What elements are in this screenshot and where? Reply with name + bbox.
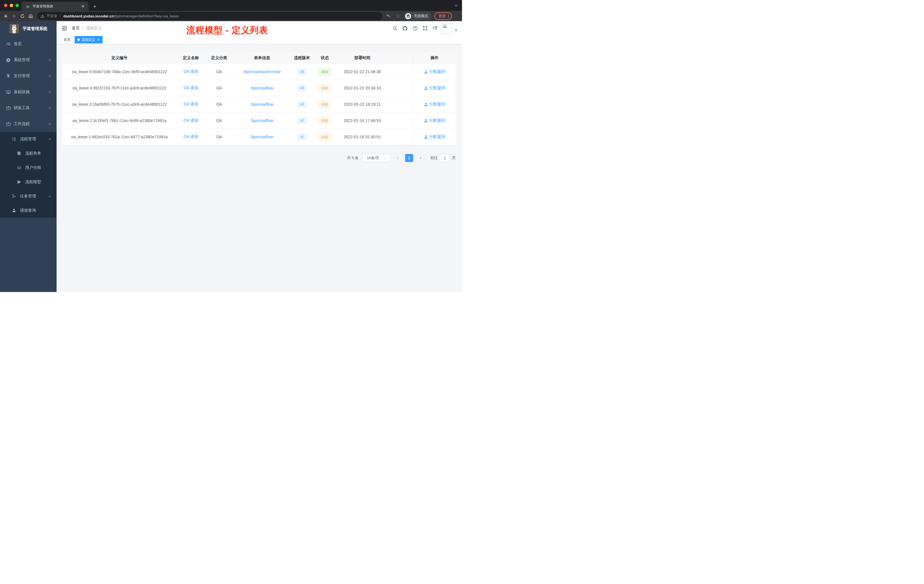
hamburger-icon[interactable] <box>62 26 67 31</box>
paper-plane-icon <box>16 180 22 184</box>
col-header-time: 部署时间 <box>337 52 388 64</box>
address-bar[interactable]: 不安全 dashboard.yudao.iocoder.cn/bpm/manag… <box>37 12 382 20</box>
sidebar-item-payment[interactable]: ¥ 支付管理 <box>0 68 56 84</box>
sidebar-item-user-group[interactable]: 用户分组 <box>0 160 56 175</box>
sidebar-item-process-model[interactable]: 流程模型 <box>0 175 56 189</box>
page-size-select[interactable]: 10条/页 <box>363 154 390 162</box>
assign-rule-button[interactable]: 分配规则 <box>424 118 445 123</box>
toolbox-icon <box>6 122 11 127</box>
version-badge: v1 <box>297 134 307 140</box>
url-text[interactable]: dashboard.yudao.iocoder.cn/bpm/manager/d… <box>63 14 179 18</box>
sidebar-item-task-management[interactable]: 任务管理 <box>0 189 56 203</box>
logo-row[interactable]: 芋道管理系统 <box>0 21 56 36</box>
breadcrumb-home[interactable]: 首页 <box>72 26 80 31</box>
sidebar-item-leave-query[interactable]: 请假查询 <box>0 203 56 218</box>
form-link[interactable]: /bpm/oa/flow <box>251 102 273 107</box>
form-link[interactable]: /bpm/oa/leave/create <box>243 69 281 74</box>
browser-tab[interactable]: 芋道管理系统 ✕ <box>21 2 89 11</box>
chevron-up-icon <box>48 122 51 126</box>
definition-category: OA <box>205 64 233 80</box>
annotation-title: 流程模型 - 定义列表 <box>186 24 268 36</box>
status-badge: 挂起 <box>318 84 332 92</box>
sidebar-item-process-management[interactable]: 流程管理 <box>0 132 56 146</box>
assign-rule-button[interactable]: 分配规则 <box>424 86 445 91</box>
sidebar-item-devtools[interactable]: 研发工具 <box>0 100 56 116</box>
col-header-version: 流程版本 <box>291 52 313 64</box>
toolbox-icon <box>6 106 11 111</box>
definition-name-link[interactable]: OA 请假 <box>183 102 198 107</box>
not-secure-warning-icon[interactable] <box>41 14 45 18</box>
form-link[interactable]: /bpm/oa/flow <box>251 86 273 90</box>
breadcrumb-separator: / <box>82 26 83 31</box>
bookmark-star-icon[interactable]: ☆ <box>396 13 400 19</box>
col-header-action: 操作 <box>413 52 456 64</box>
definition-table: 定义编号 定义名称 定义分类 表单信息 流程版本 状态 部署时间 操作 oa_l… <box>62 52 456 145</box>
avatar[interactable] <box>442 23 452 34</box>
table-row: oa_leave:5:004b710b-7b8a-11ec-8ef0-acde4… <box>62 64 456 80</box>
new-tab-button[interactable]: ＋ <box>92 3 97 10</box>
form-link[interactable]: /bpm/oa/flow <box>251 135 273 139</box>
caret-down-icon[interactable]: ▼ <box>455 29 457 32</box>
tag-close-icon[interactable]: ✕ <box>97 38 100 42</box>
face-icon <box>16 165 22 170</box>
sidebar-item-infrastructure[interactable]: 基础设施 <box>0 84 56 100</box>
password-key-icon[interactable] <box>386 13 391 18</box>
tab-title: 芋道管理系统 <box>33 4 80 9</box>
app-header: 首页 / 流程定义 流程模型 - 定义列表 TT ▼ <box>56 21 462 35</box>
status-badge: 挂起 <box>318 133 332 141</box>
status-badge: 挂起 <box>318 117 332 125</box>
sidebar-item-workflow[interactable]: 工作流程 <box>0 116 56 132</box>
browser-toolbar: 不安全 dashboard.yudao.iocoder.cn/bpm/manag… <box>0 11 462 21</box>
next-page-button[interactable] <box>417 154 424 162</box>
reload-icon[interactable] <box>20 14 25 18</box>
back-icon[interactable] <box>3 14 8 18</box>
tab-search-chevron-icon[interactable] <box>454 4 458 7</box>
table-row: oa_leave:1:482ec033-762a-11ec-8477-a2380… <box>62 129 456 145</box>
definition-name-link[interactable]: OA 请假 <box>183 134 198 139</box>
chevron-down-icon <box>48 90 51 94</box>
definition-name-link[interactable]: OA 请假 <box>183 86 198 91</box>
github-icon[interactable] <box>402 26 408 31</box>
document-edit-icon <box>16 151 22 156</box>
sidebar-item-system[interactable]: 系统管理 <box>0 52 56 68</box>
help-icon[interactable] <box>412 26 418 31</box>
search-icon[interactable] <box>393 26 398 31</box>
not-secure-label[interactable]: 不安全 <box>46 14 58 18</box>
tag-home[interactable]: 首页 <box>61 36 73 43</box>
assign-rule-button[interactable]: 分配规则 <box>424 69 445 74</box>
sidebar-item-process-form[interactable]: 流程表单 <box>0 146 56 160</box>
definition-category: OA <box>205 129 233 145</box>
update-button[interactable]: 更新 <box>434 12 452 20</box>
goto-page-input[interactable] <box>440 154 450 162</box>
window-minimize-button[interactable] <box>10 4 13 7</box>
form-link[interactable]: /bpm/oa/flow <box>251 118 273 123</box>
logo-avatar <box>10 24 19 33</box>
window-zoom-button[interactable] <box>15 4 19 7</box>
tag-current[interactable]: 流程定义 ✕ <box>74 36 102 43</box>
prev-page-button[interactable] <box>394 154 402 162</box>
tab-close-icon[interactable]: ✕ <box>80 4 86 8</box>
definition-id: oa_leave:2:3c1f0ef1-76b1-11ec-9c66-a2380… <box>62 112 177 129</box>
window-close-button[interactable] <box>4 4 7 7</box>
deploy-time: 2022-01-22 21:48:38 <box>337 64 388 80</box>
assign-rule-button[interactable]: 分配规则 <box>424 102 445 107</box>
monitor-icon <box>6 90 11 94</box>
fullscreen-icon[interactable] <box>422 26 428 31</box>
forward-icon[interactable] <box>12 14 16 18</box>
tag-dot <box>78 39 80 41</box>
version-badge: v2 <box>297 117 307 124</box>
chevron-down-icon <box>48 195 51 198</box>
gear-icon <box>6 58 11 63</box>
status-badge: 挂起 <box>318 101 332 108</box>
page-number-1[interactable]: 1 <box>405 154 413 162</box>
flow-tree-icon <box>12 194 16 199</box>
browser-menu-dots-icon[interactable] <box>448 14 449 18</box>
content-area: 定义编号 定义名称 定义分类 表单信息 流程版本 状态 部署时间 操作 oa_l… <box>56 44 462 162</box>
assign-rule-button[interactable]: 分配规则 <box>424 134 445 139</box>
home-icon[interactable] <box>28 14 33 18</box>
font-size-icon[interactable]: TT <box>432 25 437 31</box>
definition-name-link[interactable]: OA 请假 <box>183 118 198 123</box>
dashboard-icon <box>6 42 11 46</box>
definition-name-link[interactable]: OA 请假 <box>183 69 198 74</box>
sidebar-item-home[interactable]: 首页 <box>0 36 56 52</box>
